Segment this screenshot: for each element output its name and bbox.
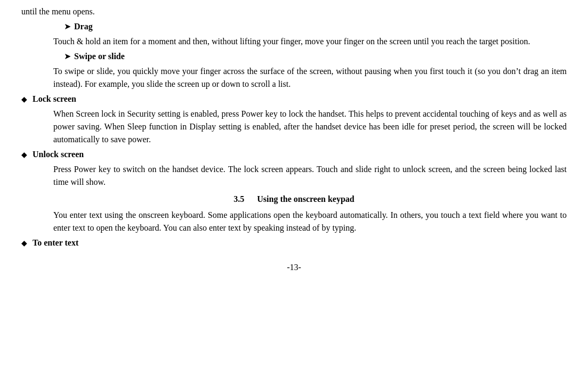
- to-enter-heading-container: ◆ To enter text: [21, 237, 567, 250]
- diamond-icon-3: ◆: [21, 238, 27, 249]
- to-enter-heading: To enter text: [33, 237, 78, 249]
- drag-heading-container: ➤ Drag: [21, 20, 567, 34]
- section-35-text1: You enter text using the onscreen keyboa…: [21, 209, 567, 234]
- section-35-title: Using the onscreen keypad: [257, 194, 354, 203]
- lock-heading-container: ◆ Lock screen: [21, 93, 567, 107]
- arrow-icon-2: ➤: [64, 50, 71, 63]
- lock-text: When Screen lock in Security setting is …: [21, 108, 567, 146]
- section-35-heading: 3.5 Using the onscreen keypad: [21, 193, 567, 206]
- intro-line: until the menu opens.: [21, 5, 567, 18]
- page-number: -13-: [21, 261, 567, 274]
- swipe-heading-container: ➤ Swipe or slide: [21, 50, 567, 64]
- swipe-heading: Swipe or slide: [74, 50, 125, 63]
- unlock-heading: Unlock screen: [33, 148, 84, 161]
- drag-text: Touch & hold an item for a moment and th…: [21, 35, 567, 48]
- diamond-icon-1: ◆: [21, 94, 27, 105]
- lock-heading: Lock screen: [33, 93, 76, 105]
- unlock-heading-container: ◆ Unlock screen: [21, 148, 567, 162]
- arrow-icon: ➤: [64, 20, 71, 33]
- diamond-icon-2: ◆: [21, 149, 27, 160]
- swipe-text: To swipe or slide, you quickly move your…: [21, 65, 567, 91]
- section-35-num: 3.5: [233, 194, 244, 203]
- unlock-text: Press Power key to switch on the handset…: [21, 163, 567, 189]
- page-content: until the menu opens. ➤ Drag Touch & hol…: [21, 5, 567, 274]
- drag-heading: Drag: [74, 20, 93, 33]
